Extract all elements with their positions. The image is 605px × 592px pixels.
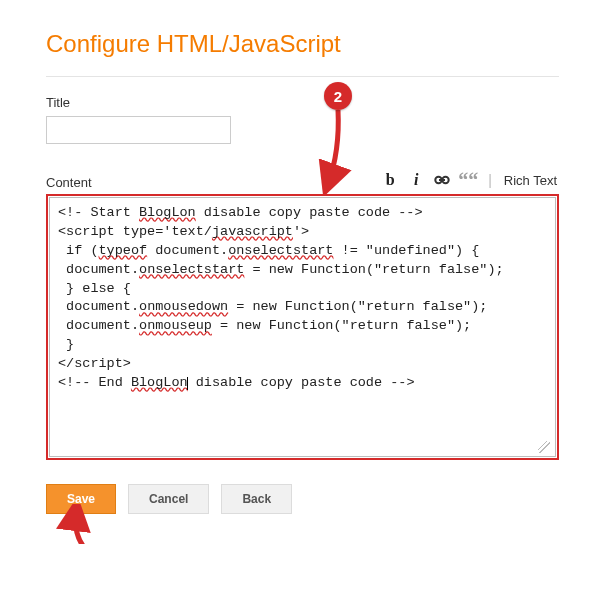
- annotation-badge-2: 2: [324, 82, 352, 110]
- quote-icon[interactable]: ““: [458, 170, 478, 190]
- cancel-button[interactable]: Cancel: [128, 484, 209, 514]
- toolbar-divider: |: [484, 172, 494, 188]
- bold-icon[interactable]: b: [380, 170, 400, 190]
- editor-toolbar: b i ““ | Rich Text: [380, 170, 559, 190]
- content-field: Content b i ““ | Rich Text <!- Start Blo…: [46, 170, 559, 460]
- gadget-config-panel: Configure HTML/JavaScript 2 Title Conten…: [0, 0, 605, 544]
- divider-line: [46, 76, 559, 77]
- italic-icon[interactable]: i: [406, 170, 426, 190]
- page-title: Configure HTML/JavaScript: [46, 30, 559, 58]
- button-row: Save Cancel Back: [46, 484, 559, 514]
- save-button[interactable]: Save: [46, 484, 116, 514]
- content-editor[interactable]: <!- Start BlogLon disable copy paste cod…: [49, 197, 556, 457]
- link-icon[interactable]: [432, 170, 452, 190]
- title-label: Title: [46, 95, 559, 110]
- back-button[interactable]: Back: [221, 484, 292, 514]
- title-input[interactable]: [46, 116, 231, 144]
- title-field: Title: [46, 95, 559, 144]
- content-highlight-box: <!- Start BlogLon disable copy paste cod…: [46, 194, 559, 460]
- richtext-toggle[interactable]: Rich Text: [500, 173, 557, 188]
- content-label: Content: [46, 175, 92, 190]
- resize-grip-icon[interactable]: [538, 441, 550, 453]
